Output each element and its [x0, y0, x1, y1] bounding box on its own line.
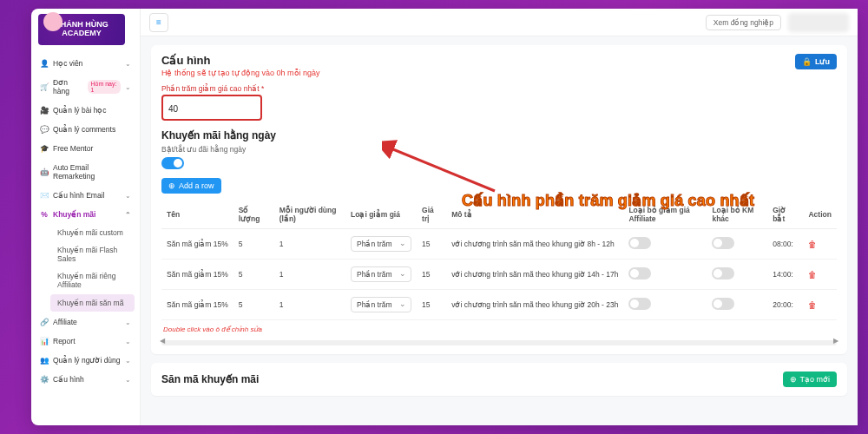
sidebar-item-report[interactable]: 📊 Report ⌄: [31, 332, 140, 351]
cell-type[interactable]: Phần trăm: [345, 229, 417, 260]
cart-icon: 🛒: [40, 82, 49, 91]
cell-ex-aff[interactable]: [623, 229, 707, 260]
cell-name[interactable]: Săn mã giảm 15%: [161, 229, 233, 260]
sidebar-item-promo-custom[interactable]: Khuyến mãi custom: [50, 224, 140, 241]
cell-qty[interactable]: 5: [233, 229, 274, 260]
add-row-label: Add a row: [179, 181, 214, 190]
sidebar-item-promo-hunt[interactable]: Khuyến mãi săn mã: [50, 294, 135, 312]
sidebar-item-students[interactable]: 👤 Học viên ⌄: [31, 54, 140, 73]
cell-value[interactable]: 15: [417, 290, 446, 320]
cell-desc[interactable]: với chương trình săn mã theo khung giờ 2…: [446, 290, 623, 320]
sidebar-item-label: Khuyến mãi: [53, 210, 95, 219]
brand-text: KHÁNH HÙNG ACADEMY: [38, 21, 125, 38]
sidebar-item-label: Khuyến mãi riêng Affiliate: [57, 272, 133, 289]
cell-desc[interactable]: với chương trình săn mã theo khung giờ 1…: [446, 260, 623, 290]
delete-row-button[interactable]: 🗑: [808, 300, 817, 310]
hunt-title: Săn mã khuyến mãi: [161, 373, 259, 385]
sidebar: KHÁNH HÙNG ACADEMY 👤 Học viên ⌄ 🛒 Đơn hà…: [31, 9, 141, 425]
col-value: Giá trị: [417, 201, 446, 229]
col-type: Loại giảm giá: [345, 201, 417, 229]
toggle-exclude-affiliate[interactable]: [628, 237, 651, 249]
max-discount-input[interactable]: [168, 104, 255, 114]
cell-ex-other[interactable]: [707, 260, 767, 290]
cell-type[interactable]: Phần trăm: [345, 290, 417, 320]
cell-ex-aff[interactable]: [623, 260, 707, 290]
envelope-icon: ✉️: [40, 191, 49, 200]
hunt-card: Săn mã khuyến mãi ⊕ Tạo mới: [151, 363, 847, 396]
type-select[interactable]: Phần trăm: [351, 236, 411, 252]
save-button[interactable]: 🔒 Lưu: [795, 54, 837, 69]
sidebar-item-label: Khuyến mãi săn mã: [57, 299, 123, 307]
toggle-exclude-other[interactable]: [712, 267, 734, 279]
cell-ex-other[interactable]: [707, 290, 767, 320]
delete-row-button[interactable]: 🗑: [808, 240, 817, 249]
cell-time[interactable]: 14:00:: [767, 260, 803, 290]
user-icon: 👤: [40, 59, 49, 68]
cell-per[interactable]: 1: [274, 260, 345, 290]
toggle-exclude-other[interactable]: [712, 298, 734, 310]
add-row-button[interactable]: ⊕ Add a row: [161, 178, 221, 194]
chevron-down-icon: ⌄: [125, 60, 131, 68]
cell-action: 🗑: [803, 260, 837, 290]
sidebar-item-lessons[interactable]: 🎥 Quản lý bài học: [31, 101, 140, 120]
delete-row-button[interactable]: 🗑: [808, 270, 817, 279]
toggle-exclude-other[interactable]: [712, 237, 734, 249]
cell-desc[interactable]: với chương trình săn mã theo khung giờ 8…: [446, 229, 623, 260]
type-select[interactable]: Phần trăm: [351, 266, 411, 282]
hamburger-icon: ≡: [156, 17, 161, 27]
cell-qty[interactable]: 5: [233, 260, 274, 290]
max-discount-label: Phần trăm giảm giá cao nhất *: [161, 84, 837, 93]
video-icon: 🎥: [40, 106, 49, 115]
chevron-down-icon: ⌄: [125, 192, 131, 200]
sidebar-item-label: Report: [53, 337, 76, 345]
daily-toggle[interactable]: [161, 157, 184, 169]
field-label-text: Phần trăm giảm giá cao nhất: [161, 84, 260, 93]
save-icon: 🔒: [802, 57, 812, 66]
sidebar-item-promotions[interactable]: % Khuyến mãi ⌃: [31, 205, 140, 224]
create-new-button[interactable]: ⊕ Tạo mới: [783, 372, 838, 387]
cell-name[interactable]: Săn mã giảm 15%: [161, 290, 233, 320]
plus-icon: ⊕: [790, 375, 797, 384]
sidebar-item-label: Quản lý bài học: [53, 106, 107, 115]
sidebar-item-auto-email[interactable]: 🤖 Auto Email Remarketing: [31, 158, 140, 186]
chevron-down-icon: ⌄: [125, 319, 131, 326]
cell-value[interactable]: 15: [417, 260, 446, 290]
sidebar-item-settings[interactable]: ⚙️ Cấu hình ⌄: [31, 370, 140, 389]
col-name: Tên: [161, 201, 233, 229]
type-select[interactable]: Phần trăm: [351, 297, 411, 312]
chevron-down-icon: ⌄: [125, 376, 131, 384]
sidebar-item-promo-affiliate[interactable]: Khuyến mãi riêng Affiliate: [50, 267, 140, 293]
sidebar-item-label: Khuyến mãi custom: [57, 228, 123, 237]
view-colleagues-button[interactable]: Xem đồng nghiệp: [706, 15, 781, 30]
cell-ex-other[interactable]: [707, 229, 767, 260]
cell-value[interactable]: 15: [417, 229, 446, 260]
config-card: Cấu hình Hệ thống sẽ tự tạo tự động vào …: [151, 45, 847, 354]
cell-name[interactable]: Săn mã giảm 15%: [161, 260, 233, 290]
horizontal-scrollbar[interactable]: [161, 340, 837, 345]
sidebar-item-orders[interactable]: 🛒 Đơn hàng Hôm nay: 1 ⌄: [31, 73, 140, 101]
sidebar-item-email-config[interactable]: ✉️ Cấu hình Email ⌄: [31, 186, 140, 205]
col-exo: Loại bỏ KM khác: [707, 201, 767, 229]
sidebar-item-affiliate[interactable]: 🔗 Affiliate ⌄: [31, 312, 140, 332]
cell-time[interactable]: 08:00:: [767, 229, 803, 260]
cell-qty[interactable]: 5: [233, 290, 274, 320]
cell-time[interactable]: 20:00:: [767, 290, 803, 320]
cell-type[interactable]: Phần trăm: [345, 260, 417, 290]
daily-promotions-subtitle: Bật/tắt ưu đãi hằng ngày: [161, 145, 837, 154]
sidebar-item-mentor[interactable]: 🎓 Free Mentor: [31, 139, 140, 158]
sidebar-item-comments[interactable]: 💬 Quản lý comments: [31, 120, 140, 139]
user-menu[interactable]: [788, 13, 849, 32]
max-discount-field: Phần trăm giảm giá cao nhất *: [161, 84, 837, 121]
cell-action: 🗑: [803, 290, 837, 320]
create-new-label: Tạo mới: [800, 375, 831, 384]
promotions-table: Tên Số lượng Mỗi người dùng (lần) Loại g…: [161, 201, 837, 320]
sidebar-toggle-button[interactable]: ≡: [149, 13, 168, 32]
cell-per[interactable]: 1: [274, 229, 345, 260]
cell-per[interactable]: 1: [274, 290, 345, 320]
toggle-exclude-affiliate[interactable]: [628, 267, 651, 279]
sidebar-item-promo-flash[interactable]: Khuyến mãi Flash Sales: [50, 241, 140, 267]
toggle-exclude-affiliate[interactable]: [628, 298, 651, 310]
cell-ex-aff[interactable]: [623, 290, 707, 320]
sidebar-item-user-mgmt[interactable]: 👥 Quản lý người dùng ⌄: [31, 351, 140, 370]
today-badge: Hôm nay: 1: [88, 80, 122, 94]
